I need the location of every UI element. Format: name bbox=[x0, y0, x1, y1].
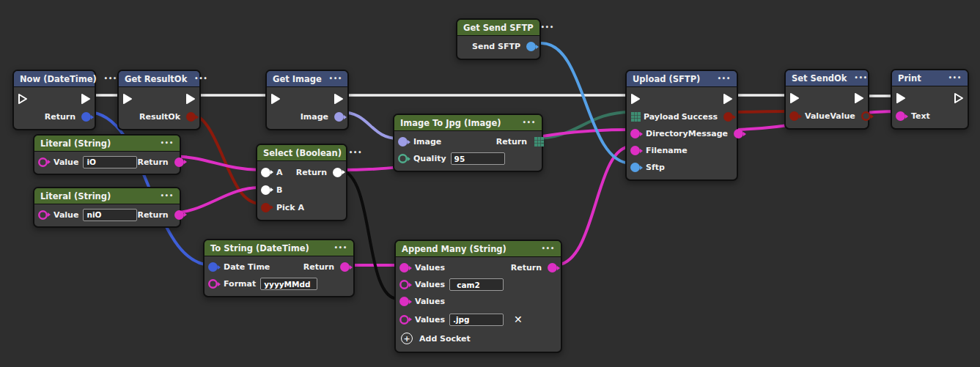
value-input-pin[interactable] bbox=[789, 111, 799, 121]
node-now-datetime[interactable]: Now (DateTime)••• Return bbox=[12, 70, 96, 130]
node-menu-icon[interactable]: ••• bbox=[349, 149, 362, 156]
node-menu-icon[interactable]: ••• bbox=[104, 75, 117, 82]
a-input-pin[interactable] bbox=[261, 168, 270, 177]
return-output-pin[interactable] bbox=[174, 210, 184, 220]
values3-input-pin[interactable] bbox=[399, 297, 409, 306]
wire-literalbottom-select-b[interactable] bbox=[169, 188, 260, 213]
pin-label: Return bbox=[137, 157, 168, 167]
value-output-pin[interactable] bbox=[861, 111, 871, 121]
node-title: Get Send SFTP bbox=[463, 23, 534, 33]
sftp-input-pin[interactable] bbox=[630, 163, 640, 172]
value-input-pin[interactable] bbox=[38, 210, 48, 220]
return-output-pin[interactable] bbox=[340, 262, 350, 272]
exec-out-pin[interactable] bbox=[853, 92, 865, 105]
plus-circle-icon: + bbox=[401, 333, 413, 344]
node-menu-icon[interactable]: ••• bbox=[855, 75, 868, 81]
node-get-send-sftp[interactable]: Get Send SFTP••• Send SFTP bbox=[456, 18, 541, 60]
values4-input-pin[interactable] bbox=[399, 315, 409, 325]
return-bytes-output-pin[interactable] bbox=[534, 137, 537, 140]
node-menu-icon[interactable]: ••• bbox=[194, 75, 207, 82]
resultok-output-pin[interactable] bbox=[186, 112, 196, 122]
exec-out-pin[interactable] bbox=[80, 92, 92, 105]
exec-in-pin[interactable] bbox=[270, 92, 281, 105]
b-input-pin[interactable] bbox=[261, 185, 270, 195]
pin-label: Image bbox=[301, 112, 328, 122]
values2-input-pin[interactable] bbox=[399, 280, 409, 289]
image-input-pin[interactable] bbox=[398, 137, 408, 147]
node-title: Literal (String) bbox=[40, 138, 111, 149]
node-set-sendok[interactable]: Set SendOk••• Value Value bbox=[784, 69, 869, 130]
node-image-to-jpg[interactable]: Image To Jpg (Image)••• Image Return Qua… bbox=[393, 114, 543, 172]
return-output-pin[interactable] bbox=[81, 112, 91, 122]
return-output-pin[interactable] bbox=[548, 263, 557, 273]
format-input-pin[interactable] bbox=[208, 279, 218, 289]
node-title: Get ResultOk bbox=[125, 74, 187, 84]
node-menu-icon[interactable]: ••• bbox=[541, 24, 554, 31]
return-output-pin[interactable] bbox=[333, 168, 342, 177]
exec-out-pin[interactable] bbox=[722, 92, 734, 105]
exec-out-pin[interactable] bbox=[333, 92, 345, 105]
remove-socket-icon[interactable]: ✕ bbox=[514, 314, 523, 325]
wire-getsendsftp-upload-sftp[interactable] bbox=[542, 43, 631, 163]
message-output-pin[interactable] bbox=[734, 129, 743, 138]
add-socket-button[interactable]: + Add Socket bbox=[401, 329, 556, 348]
node-menu-icon[interactable]: ••• bbox=[161, 193, 174, 199]
node-literal-string-bottom[interactable]: Literal (String)••• Value Return bbox=[33, 187, 181, 228]
pin-label: Text bbox=[911, 111, 930, 121]
quality-field[interactable] bbox=[451, 152, 505, 165]
node-append-many-string[interactable]: Append Many (String)••• Values Return Va… bbox=[394, 240, 562, 353]
node-menu-icon[interactable]: ••• bbox=[523, 119, 536, 126]
filename-input-pin[interactable] bbox=[630, 146, 640, 155]
values2-field[interactable] bbox=[449, 278, 504, 291]
directory-input-pin[interactable] bbox=[630, 129, 640, 138]
exec-out-pin[interactable] bbox=[953, 92, 965, 105]
node-title: Print bbox=[898, 73, 921, 84]
value-input-pin[interactable] bbox=[38, 157, 48, 167]
node-menu-icon[interactable]: ••• bbox=[542, 245, 555, 252]
node-title: Image To Jpg (Image) bbox=[400, 118, 501, 128]
values1-input-pin[interactable] bbox=[399, 263, 409, 273]
value-field[interactable] bbox=[83, 156, 137, 168]
pin-label: Quality bbox=[413, 154, 446, 163]
pin-label: ResultOk bbox=[139, 112, 180, 122]
node-menu-icon[interactable]: ••• bbox=[334, 245, 347, 251]
picka-input-pin[interactable] bbox=[261, 203, 270, 212]
value-field[interactable] bbox=[83, 209, 137, 221]
values4-field[interactable] bbox=[449, 314, 504, 326]
exec-in-pin[interactable] bbox=[122, 92, 133, 105]
wire-getimage-imagetojpg[interactable] bbox=[341, 112, 398, 138]
node-graph-canvas[interactable]: Now (DateTime)••• Return Get ResultOk•••… bbox=[0, 0, 980, 367]
node-menu-icon[interactable]: ••• bbox=[329, 75, 342, 82]
wire-append-upload-filename[interactable] bbox=[555, 147, 631, 265]
node-menu-icon[interactable]: ••• bbox=[718, 75, 731, 82]
node-select-boolean[interactable]: Select (Boolean)••• A Return B Pick A bbox=[256, 144, 347, 221]
node-get-image[interactable]: Get Image••• Image bbox=[265, 70, 349, 130]
quality-input-pin[interactable] bbox=[398, 154, 408, 163]
exec-in-pin[interactable] bbox=[17, 92, 29, 105]
text-input-pin[interactable] bbox=[896, 111, 905, 121]
node-get-resultok[interactable]: Get ResultOk••• ResultOk bbox=[117, 70, 201, 130]
exec-out-pin[interactable] bbox=[185, 92, 196, 105]
format-field[interactable] bbox=[260, 278, 317, 290]
success-output-pin[interactable] bbox=[723, 112, 733, 122]
image-output-pin[interactable] bbox=[334, 112, 344, 122]
node-print[interactable]: Print••• Text bbox=[891, 69, 969, 130]
pin-label: Return bbox=[296, 168, 327, 177]
return-output-pin[interactable] bbox=[174, 157, 184, 167]
sendsftp-output-pin[interactable] bbox=[526, 42, 536, 51]
node-title: Select (Boolean) bbox=[263, 148, 342, 158]
node-upload-sftp[interactable]: Upload (SFTP)••• Payload Success Directo… bbox=[625, 70, 738, 181]
payload-bytes-input-pin[interactable] bbox=[631, 112, 634, 115]
node-literal-string-top[interactable]: Literal (String)••• Value Return bbox=[33, 134, 181, 175]
exec-in-pin[interactable] bbox=[789, 92, 800, 105]
exec-in-pin[interactable] bbox=[630, 92, 641, 105]
node-menu-icon[interactable]: ••• bbox=[161, 140, 174, 147]
pin-label: Value bbox=[54, 157, 78, 167]
node-menu-icon[interactable]: ••• bbox=[948, 75, 962, 81]
exec-in-pin[interactable] bbox=[895, 92, 907, 105]
pin-label: Date Time bbox=[224, 262, 270, 272]
node-title: Literal (String) bbox=[40, 191, 111, 201]
node-title: Append Many (String) bbox=[402, 244, 506, 254]
datetime-input-pin[interactable] bbox=[208, 262, 218, 272]
node-to-string-datetime[interactable]: To String (DateTime)••• Date Time Return… bbox=[203, 239, 355, 297]
